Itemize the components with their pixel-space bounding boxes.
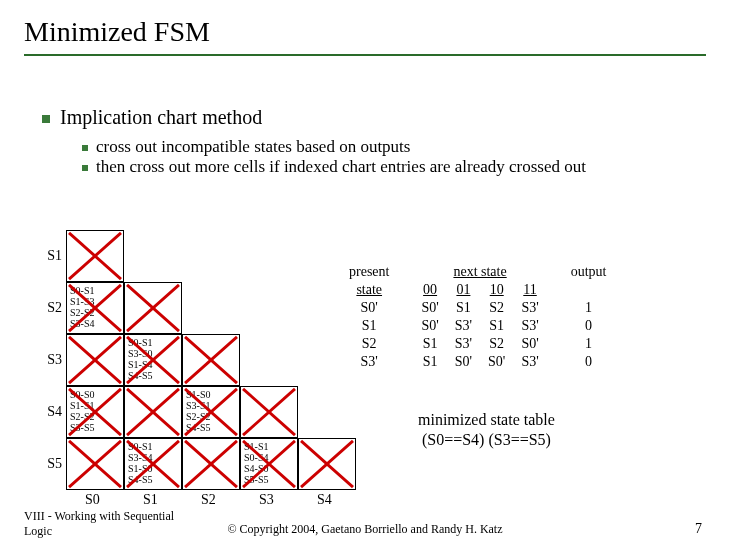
svg-line-10 <box>185 337 237 383</box>
svg-line-19 <box>243 389 295 435</box>
chart-cell-entry: S3-S4 <box>128 452 178 463</box>
chart-cell-entry: S3-S5 <box>70 422 120 433</box>
chart-row-label: S2 <box>36 300 62 316</box>
bullet-sub-2: then cross out more cells if indexed cha… <box>82 157 706 177</box>
chart-cell: S0-S1S1-S3S2-S2S3-S4 <box>66 282 124 334</box>
hdr-col: 11 <box>514 282 545 298</box>
chart-cell-entry: S1-S0 <box>186 389 236 400</box>
chart-cell-entry: S2-S2 <box>70 307 120 318</box>
svg-line-7 <box>69 337 121 383</box>
chart-row-label: S3 <box>36 352 62 368</box>
chart-cell <box>182 438 240 490</box>
state-cell: S3' <box>342 354 396 370</box>
svg-line-24 <box>185 441 237 487</box>
bullet-icon <box>82 145 88 151</box>
state-cell: S1 <box>342 318 396 334</box>
chart-row-label: S1 <box>36 248 62 264</box>
bullet-icon <box>82 165 88 171</box>
chart-cell-entry: S3-S4 <box>70 318 120 329</box>
table-row: S2S1S3'S2S0'1 <box>342 336 613 352</box>
footer-left-line1: VIII - Working with Sequential <box>24 509 174 523</box>
svg-line-29 <box>301 441 353 487</box>
next-cell: S2 <box>481 300 512 316</box>
chart-col-label: S3 <box>259 492 274 508</box>
svg-line-20 <box>69 441 121 487</box>
svg-line-5 <box>127 285 179 331</box>
svg-line-14 <box>127 389 179 435</box>
next-cell: S1 <box>414 336 445 352</box>
table-row: S1S0'S3'S1S3'0 <box>342 318 613 334</box>
next-cell: S0' <box>481 354 512 370</box>
chart-cell <box>66 334 124 386</box>
chart-row-label: S5 <box>36 456 62 472</box>
svg-line-15 <box>127 389 179 435</box>
chart-cell-entry: S0-S0 <box>70 389 120 400</box>
chart-cell: S0-S0S1-S1S2-S2S3-S5 <box>66 386 124 438</box>
chart-cell-entry: S1-S0 <box>128 463 178 474</box>
table-row: S0'S0'S1S2S3'1 <box>342 300 613 316</box>
hdr-col: 00 <box>414 282 445 298</box>
chart-cell <box>124 282 182 334</box>
chart-cell-entry: S1-S3 <box>70 296 120 307</box>
next-cell: S0' <box>448 354 479 370</box>
state-cell: S0' <box>342 300 396 316</box>
svg-line-11 <box>185 337 237 383</box>
next-cell: S1 <box>448 300 479 316</box>
chart-cell-entry: S5-S5 <box>244 474 294 485</box>
chart-cell-entry: S4-S5 <box>128 474 178 485</box>
chart-cell-entry: S1-S1 <box>70 400 120 411</box>
output-cell: 0 <box>564 318 614 334</box>
chart-cell <box>66 438 124 490</box>
bullet-icon <box>42 115 50 123</box>
chart-cell: S1-S0S3-S1S2-S2S4-S5 <box>182 386 240 438</box>
bullet-sub-text: cross out incompatible states based on o… <box>96 137 410 156</box>
chart-cell-entry: S0-S1 <box>70 285 120 296</box>
svg-line-28 <box>301 441 353 487</box>
chart-cell-entry: S0-S4 <box>244 452 294 463</box>
svg-line-25 <box>185 441 237 487</box>
output-cell: 1 <box>564 300 614 316</box>
svg-line-21 <box>69 441 121 487</box>
footer-page-number: 7 <box>695 521 702 537</box>
chart-cell-entry: S3-S1 <box>186 400 236 411</box>
next-cell: S1 <box>414 354 445 370</box>
minimized-caption: minimized state table (S0==S4) (S3==S5) <box>418 410 555 450</box>
chart-cell: S0-S1S3-S4S1-S0S4-S5 <box>124 438 182 490</box>
footer-center: © Copyright 2004, Gaetano Borriello and … <box>0 522 730 537</box>
hdr-present: present <box>342 264 396 280</box>
bullet-sub-text: then cross out more cells if indexed cha… <box>96 157 586 176</box>
chart-cell <box>240 386 298 438</box>
next-cell: S1 <box>481 318 512 334</box>
chart-row-label: S4 <box>36 404 62 420</box>
state-table: presentnext stateoutputstate00011011S0'S… <box>340 262 615 372</box>
next-cell: S0' <box>414 318 445 334</box>
minimized-line2: (S0==S4) (S3==S5) <box>422 431 551 448</box>
chart-cell-entry: S4-S5 <box>186 422 236 433</box>
minimized-line1: minimized state table <box>418 411 555 428</box>
chart-cell <box>124 386 182 438</box>
svg-line-18 <box>243 389 295 435</box>
chart-cell <box>66 230 124 282</box>
svg-line-1 <box>69 233 121 279</box>
next-cell: S3' <box>514 300 545 316</box>
output-cell: 0 <box>564 354 614 370</box>
svg-line-4 <box>127 285 179 331</box>
svg-line-6 <box>69 337 121 383</box>
chart-cell-entry: S0-S1 <box>128 441 178 452</box>
hdr-col: 01 <box>448 282 479 298</box>
chart-cell: S0-S1S3-S0S1-S4S4-S5 <box>124 334 182 386</box>
next-cell: S3' <box>448 318 479 334</box>
next-cell: S3' <box>514 318 545 334</box>
hdr-next: next state <box>414 264 545 280</box>
chart-cell-entry: S4-S0 <box>244 463 294 474</box>
table-row: S3'S1S0'S0'S3'0 <box>342 354 613 370</box>
next-cell: S0' <box>414 300 445 316</box>
chart-col-label: S2 <box>201 492 216 508</box>
chart-cell-entry: S2-S2 <box>186 411 236 422</box>
bullet-main-text: Implication chart method <box>60 106 262 128</box>
chart-cell-entry: S1-S4 <box>128 359 178 370</box>
next-cell: S0' <box>514 336 545 352</box>
output-cell: 1 <box>564 336 614 352</box>
chart-col-label: S0 <box>85 492 100 508</box>
next-cell: S3' <box>514 354 545 370</box>
